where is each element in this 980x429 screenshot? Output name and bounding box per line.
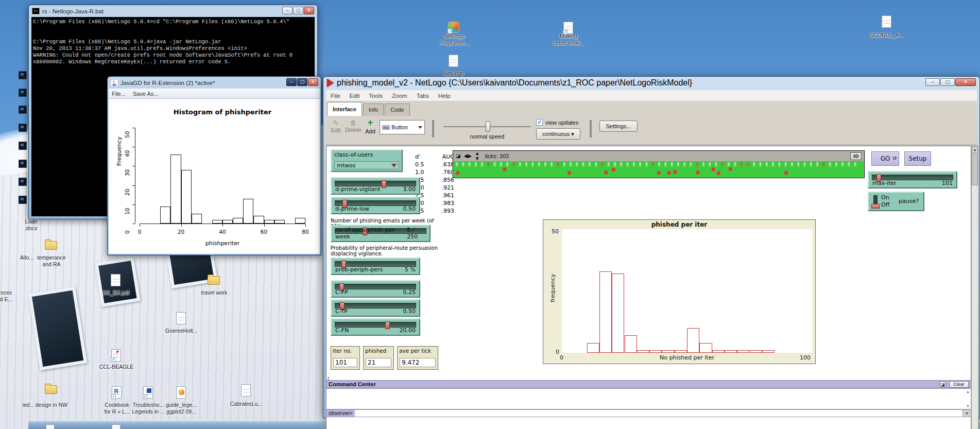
- slider-d-prime-vigilant[interactable]: d-prime-vigilant3.00: [331, 177, 420, 195]
- desktop-icon-label[interactable]: guide_lege...: [150, 402, 212, 408]
- tab-info[interactable]: Info: [363, 104, 384, 116]
- desktop-icon-shortcut-red[interactable]: ↗: [111, 349, 121, 362]
- tab-interface[interactable]: Interface: [327, 102, 362, 116]
- world-view[interactable]: ◪ ◀▶ ▲▼ ticks: 303 3D: [453, 150, 865, 178]
- menu-file[interactable]: File...: [112, 91, 126, 97]
- setup-button[interactable]: Setup: [904, 151, 931, 166]
- desktop-icon-shortcut-r[interactable]: R↗: [112, 386, 122, 399]
- menu-edit[interactable]: Edit: [345, 93, 365, 99]
- menu-file[interactable]: File: [326, 93, 345, 99]
- desktop-icon-label[interactable]: CabralesLu...: [215, 401, 277, 407]
- popout-icon[interactable]: ◪: [940, 381, 946, 387]
- desktop-icon-partial[interactable]: [19, 142, 27, 150]
- desktop-icon-label[interactable]: nces: [0, 289, 37, 296]
- chooser-class-of-users[interactable]: class-of-users mtwos: [331, 149, 403, 172]
- maximize-button[interactable]: ▢: [297, 78, 307, 86]
- slider-c-tp[interactable]: C-TP0.50: [331, 299, 420, 317]
- desktop-icon-partial[interactable]: [19, 124, 27, 132]
- horizontal-arrows-icon[interactable]: ◀▶: [463, 153, 471, 159]
- slider-c-fp[interactable]: C-FP0.25: [331, 280, 420, 298]
- desktop-icon-label[interactable]: NetLogo: [423, 33, 485, 40]
- world-grid[interactable]: [454, 161, 864, 177]
- desktop-icon-partial[interactable]: [19, 106, 27, 114]
- desktop-icon-doc[interactable]: [176, 312, 186, 324]
- splitter-arrows[interactable]: ▲▼: [327, 376, 330, 380]
- clear-button[interactable]: Clear: [949, 381, 969, 388]
- close-button[interactable]: ✕: [955, 78, 976, 86]
- minimize-button[interactable]: –: [925, 78, 940, 86]
- chevron-down-icon[interactable]: ▼: [962, 410, 971, 417]
- desktop-icon-doc[interactable]: [241, 384, 251, 397]
- switch-pause[interactable]: On Off pause?: [868, 192, 924, 211]
- view-updates-checkbox[interactable]: ✓: [536, 119, 543, 126]
- netlogo-titlebar[interactable]: phishing_model_v2 - NetLogo {C:\Users\ka…: [323, 77, 979, 89]
- desktop-icon-label[interactable]: travel work: [183, 289, 245, 296]
- desktop-icon-label[interactable]: .docx: [0, 225, 62, 232]
- scroll-thumb[interactable]: [972, 153, 978, 185]
- menu-save-as[interactable]: Save As...: [133, 91, 159, 97]
- add-button[interactable]: + Add: [363, 117, 377, 134]
- command-center-output[interactable]: ▲ ▼: [326, 388, 971, 409]
- desktop-icon-label[interactable]: KK_EK.pdf: [85, 289, 147, 296]
- desktop-icon-label[interactable]: temperance: [21, 254, 82, 261]
- desktop-icon-label[interactable]: design in NW: [21, 402, 82, 408]
- update-mode-dropdown[interactable]: continuous ▾: [536, 128, 580, 140]
- desktop-icon-folder[interactable]: [45, 241, 57, 250]
- menu-help[interactable]: Help: [434, 93, 455, 99]
- desktop-icon-label[interactable]: Making: [538, 33, 599, 40]
- desktop-icon-firefox[interactable]: [176, 386, 186, 399]
- widget-type-dropdown[interactable]: abc Button: [380, 120, 425, 134]
- vertical-scrollbar[interactable]: ▲ ▼: [971, 146, 978, 429]
- edit-button[interactable]: ✎ Edit: [329, 119, 342, 133]
- desktop-icon-stub[interactable]: [46, 424, 55, 429]
- desktop-icon-folder[interactable]: [208, 276, 220, 285]
- speed-slider-thumb[interactable]: [486, 121, 490, 132]
- delete-button[interactable]: 🗑 Delete: [343, 119, 363, 133]
- desktop-icon-label[interactable]: d E...: [0, 296, 37, 303]
- desktop-icon-partial[interactable]: [19, 160, 27, 168]
- slider-c-fn[interactable]: C-FN20.00: [331, 318, 420, 336]
- go-button[interactable]: GO ⟳: [871, 151, 899, 166]
- scroll-up-arrow[interactable]: ▲: [972, 146, 978, 153]
- switch-knob[interactable]: [871, 204, 880, 209]
- command-input[interactable]: [355, 410, 962, 417]
- desktop-icon-label[interactable]: Programm...: [423, 40, 485, 46]
- desktop-icon-partial[interactable]: [19, 178, 27, 186]
- menu-tabs[interactable]: Tabs: [412, 93, 434, 99]
- observer-prompt[interactable]: observer>: [326, 410, 355, 417]
- desktop-icon-label[interactable]: better looki...: [538, 40, 599, 46]
- close-button[interactable]: ✕: [304, 7, 314, 14]
- desktop-icon-partial[interactable]: [19, 196, 27, 204]
- desktop-icon-doc[interactable]: [882, 15, 891, 28]
- vertical-arrows-icon[interactable]: ▲▼: [475, 151, 479, 161]
- scroll-down-arrow[interactable]: ▼: [966, 404, 970, 408]
- slider-d-prime-low[interactable]: d-prime-low0.50: [331, 197, 420, 214]
- maximize-button[interactable]: ▢: [293, 7, 303, 14]
- minimize-button[interactable]: –: [286, 78, 297, 86]
- tab-code[interactable]: Code: [385, 104, 409, 116]
- desktop-icon-partial[interactable]: [19, 89, 27, 97]
- close-button[interactable]: ✕: [308, 78, 318, 86]
- desktop-icon-label[interactable]: GoereeHolt...: [150, 328, 212, 334]
- scroll-up-arrow[interactable]: ▲: [966, 390, 970, 393]
- minimize-button[interactable]: –: [282, 7, 293, 14]
- slider-no-of-spearphish-per-week[interactable]: no-of-spearphish-per-week5 / 250: [331, 225, 431, 242]
- maximize-button[interactable]: ▢: [940, 78, 955, 86]
- desktop-icon-shortcut[interactable]: ↗: [563, 22, 573, 34]
- desktop-icon-shortcut-color[interactable]: ↗: [448, 22, 459, 33]
- settings-button[interactable]: Settings...: [599, 121, 638, 132]
- menu-tools[interactable]: Tools: [364, 93, 387, 99]
- desktop-icon-label[interactable]: ggplot2 09...: [150, 408, 212, 415]
- desktop-icon-folder[interactable]: [45, 385, 57, 394]
- cmd-titlebar[interactable]: C:\ rs - Netlogo-Java-R.bat: [29, 5, 317, 17]
- desktop-icon-label[interactable]: SCONUL_A...: [856, 32, 918, 39]
- desktop-icon-stub[interactable]: [112, 424, 121, 429]
- slider-max-iter[interactable]: max-iter101: [868, 171, 957, 188]
- desktop-icon-label[interactable]: and RA: [21, 261, 82, 268]
- 3d-button[interactable]: 3D: [850, 152, 862, 160]
- desktop-icon-label[interactable]: CCL-BEAGLE: [85, 364, 147, 370]
- menu-zoom[interactable]: Zoom: [387, 93, 411, 99]
- desktop-icon-doc[interactable]: [111, 274, 121, 286]
- desktop-icon-partial[interactable]: [19, 71, 27, 79]
- resize-icon[interactable]: ◪: [456, 153, 460, 159]
